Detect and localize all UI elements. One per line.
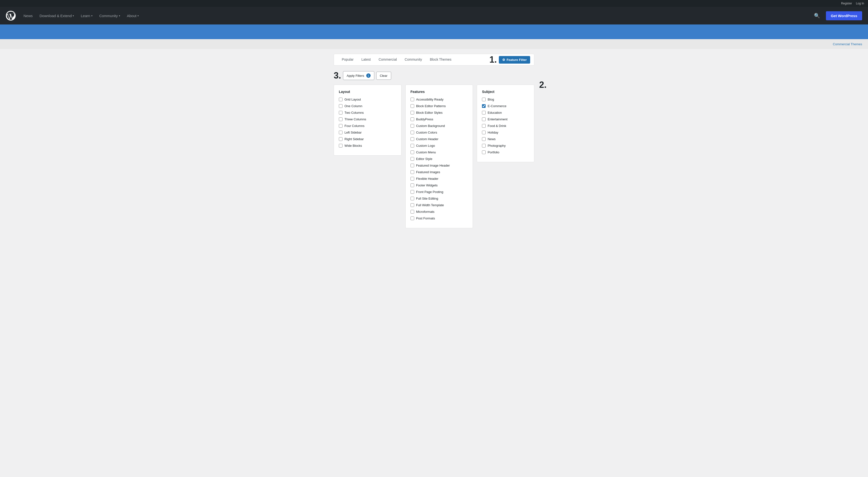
admin-bar: Register Log In (0, 0, 868, 7)
feature-front-page-posting[interactable]: Front Page Posting (410, 190, 468, 194)
nav-right: 🔍 Get WordPress (812, 11, 862, 21)
features-filter-col: Features Accessibility Ready Block Edito… (405, 85, 473, 228)
layout-three-col[interactable]: Three Columns (339, 118, 396, 121)
tab-block-themes[interactable]: Block Themes (426, 54, 455, 65)
tab-popular[interactable]: Popular (338, 54, 358, 65)
nav-learn[interactable]: Learn ▾ (78, 12, 95, 20)
tab-links: Popular Latest Commercial Community Bloc… (338, 54, 490, 65)
nav-links: News Download & Extend ▾ Learn ▾ Communi… (21, 12, 812, 20)
feature-buddypress[interactable]: BuddyPress (410, 118, 468, 121)
annotation-3: 3. (334, 70, 341, 81)
filter-columns: Layout Grid Layout One Column Two Column… (334, 85, 534, 228)
filter-bar: Commercial Themes (0, 39, 868, 49)
tab-latest[interactable]: Latest (358, 54, 375, 65)
feature-filter-button[interactable]: ⚙ Feature Filter (499, 56, 530, 64)
layout-one-col[interactable]: One Column (339, 104, 396, 108)
clear-button[interactable]: Clear (376, 72, 391, 80)
tab-section: Popular Latest Commercial Community Bloc… (334, 54, 534, 66)
layout-four-col[interactable]: Four Columns (339, 124, 396, 128)
subject-entertainment[interactable]: Entertainment (482, 118, 529, 121)
nav-download-extend[interactable]: Download & Extend ▾ (37, 12, 77, 20)
feature-accessibility[interactable]: Accessibility Ready (410, 98, 468, 101)
subject-food-drink[interactable]: Food & Drink (482, 124, 529, 128)
login-link[interactable]: Log In (856, 2, 864, 5)
layout-wide-blocks[interactable]: Wide Blocks (339, 144, 396, 148)
subject-portfolio[interactable]: Portfolio (482, 151, 529, 154)
feature-footer-widgets[interactable]: Footer Widgets (410, 184, 468, 187)
nav-about[interactable]: About ▾ (124, 12, 142, 20)
gear-icon: ⚙ (502, 58, 505, 62)
layout-title: Layout (339, 90, 396, 94)
subject-ecommerce[interactable]: E-Commerce (482, 104, 529, 108)
apply-filters-button[interactable]: Apply Filters 1 (343, 71, 374, 80)
subject-filter-col: Subject Blog E-Commerce Education Entert… (477, 85, 534, 162)
search-button[interactable]: 🔍 (812, 11, 822, 21)
tab-commercial[interactable]: Commercial (375, 54, 401, 65)
layout-left-sidebar[interactable]: Left Sidebar (339, 131, 396, 134)
wp-logo-icon[interactable] (6, 11, 16, 21)
feature-post-formats[interactable]: Post Formats (410, 217, 468, 220)
feature-microformats[interactable]: Microformats (410, 210, 468, 214)
subject-title: Subject (482, 90, 529, 94)
layout-two-col[interactable]: Two Columns (339, 111, 396, 115)
commercial-themes-link[interactable]: Commercial Themes (833, 42, 862, 46)
tab-nav: Popular Latest Commercial Community Bloc… (334, 54, 534, 66)
feature-custom-header[interactable]: Custom Header (410, 137, 468, 141)
feature-block-editor-patterns[interactable]: Block Editor Patterns (410, 104, 468, 108)
feature-filter-area: 1. ⚙ Feature Filter (490, 55, 530, 65)
get-wordpress-button[interactable]: Get WordPress (826, 11, 862, 20)
feature-full-width-template[interactable]: Full Width Template (410, 203, 468, 207)
annotation-2: 2. (539, 80, 547, 90)
community-chevron-icon: ▾ (119, 14, 120, 17)
subject-col-wrapper: 2. Subject Blog E-Commerce Education Ent… (477, 85, 534, 162)
blue-banner (0, 25, 868, 39)
feature-featured-images[interactable]: Featured Images (410, 170, 468, 174)
feature-full-site-editing[interactable]: Full Site Editing (410, 197, 468, 200)
feature-custom-colors[interactable]: Custom Colors (410, 131, 468, 134)
register-link[interactable]: Register (841, 2, 852, 5)
feature-editor-style[interactable]: Editor Style (410, 157, 468, 161)
subject-holiday[interactable]: Holiday (482, 131, 529, 134)
feature-custom-logo[interactable]: Custom Logo (410, 144, 468, 148)
learn-chevron-icon: ▾ (91, 14, 92, 17)
feature-featured-image-header[interactable]: Featured Image Header (410, 164, 468, 167)
features-title: Features (410, 90, 468, 94)
download-chevron-icon: ▾ (73, 14, 74, 17)
subject-education[interactable]: Education (482, 111, 529, 115)
nav-news[interactable]: News (21, 12, 36, 20)
filter-count-badge: 1 (366, 73, 371, 78)
layout-grid[interactable]: Grid Layout (339, 98, 396, 101)
about-chevron-icon: ▾ (137, 14, 139, 17)
subject-photography[interactable]: Photography (482, 144, 529, 148)
feature-custom-background[interactable]: Custom Background (410, 124, 468, 128)
nav-community[interactable]: Community ▾ (96, 12, 123, 20)
layout-right-sidebar[interactable]: Right Sidebar (339, 137, 396, 141)
subject-blog[interactable]: Blog (482, 98, 529, 101)
feature-flexible-header[interactable]: Flexible Header (410, 177, 468, 181)
annotation-1: 1. (490, 55, 497, 65)
layout-filter-col: Layout Grid Layout One Column Two Column… (334, 85, 401, 156)
main-nav: News Download & Extend ▾ Learn ▾ Communi… (0, 7, 868, 25)
apply-filters-row: 3. Apply Filters 1 Clear (334, 70, 534, 81)
subject-news[interactable]: News (482, 137, 529, 141)
feature-block-editor-styles[interactable]: Block Editor Styles (410, 111, 468, 115)
main-content: Popular Latest Commercial Community Bloc… (334, 49, 534, 233)
tab-community[interactable]: Community (401, 54, 426, 65)
feature-custom-menu[interactable]: Custom Menu (410, 151, 468, 154)
